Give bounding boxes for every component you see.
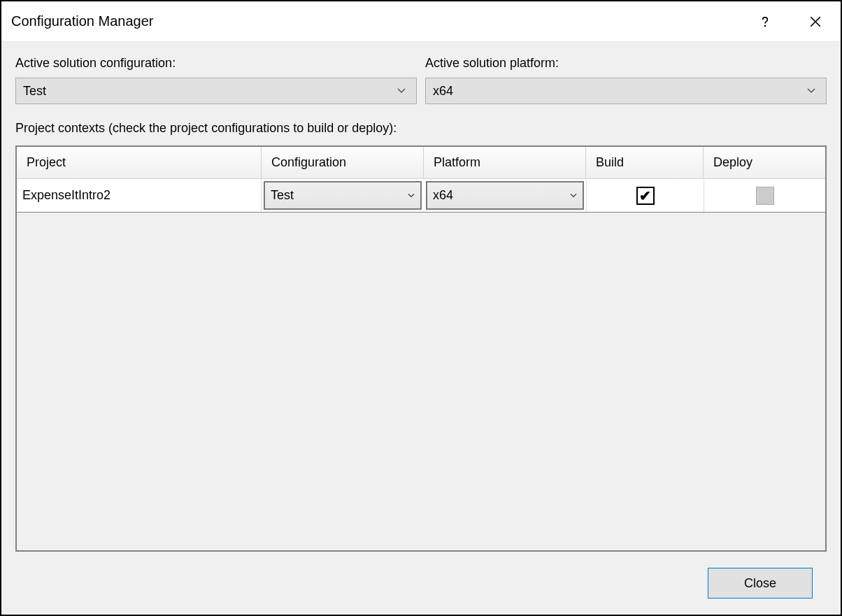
- active-platform-label: Active solution platform:: [425, 56, 827, 71]
- row-configuration-dropdown[interactable]: Test: [264, 181, 422, 210]
- active-config-group: Active solution configuration: Test: [15, 56, 417, 104]
- checkmark-icon: ✔: [639, 189, 651, 203]
- platform-cell: x64: [424, 179, 586, 212]
- header-build[interactable]: Build: [586, 147, 704, 178]
- window-title: Configuration Manager: [11, 13, 740, 29]
- header-project[interactable]: Project: [17, 147, 262, 178]
- grid-header-row: Project Configuration Platform Build Dep…: [17, 147, 825, 179]
- header-deploy[interactable]: Deploy: [704, 147, 825, 178]
- deploy-checkbox: [756, 187, 774, 205]
- header-platform[interactable]: Platform: [424, 147, 586, 178]
- build-cell: ✔: [586, 179, 704, 212]
- close-window-button[interactable]: [790, 1, 841, 41]
- deploy-cell: [704, 179, 825, 212]
- titlebar-controls: [740, 1, 841, 41]
- dialog-footer: Close: [15, 552, 827, 615]
- solution-selectors-row: Active solution configuration: Test Acti…: [15, 56, 827, 104]
- help-icon: [759, 15, 771, 28]
- project-contexts-grid: Project Configuration Platform Build Dep…: [15, 145, 827, 552]
- configuration-cell: Test: [262, 179, 424, 212]
- active-platform-dropdown[interactable]: x64: [425, 78, 827, 104]
- grid-body: ExpenseItIntro2 Test x64: [17, 179, 825, 550]
- header-configuration[interactable]: Configuration: [262, 147, 424, 178]
- svg-point-0: [764, 24, 766, 26]
- row-configuration-value: Test: [271, 188, 408, 203]
- help-button[interactable]: [740, 1, 790, 41]
- titlebar: Configuration Manager: [1, 1, 841, 42]
- table-row: ExpenseItIntro2 Test x64: [17, 179, 825, 213]
- project-contexts-label: Project contexts (check the project conf…: [15, 121, 827, 136]
- close-icon: [809, 15, 822, 28]
- active-platform-value: x64: [433, 84, 806, 99]
- close-button[interactable]: Close: [708, 568, 813, 599]
- chevron-down-icon: [806, 87, 816, 94]
- row-platform-dropdown[interactable]: x64: [426, 181, 584, 210]
- active-config-label: Active solution configuration:: [15, 56, 417, 71]
- active-config-dropdown[interactable]: Test: [15, 78, 417, 104]
- row-platform-value: x64: [433, 188, 570, 203]
- active-config-value: Test: [23, 84, 397, 99]
- chevron-down-icon: [408, 193, 415, 199]
- chevron-down-icon: [570, 193, 577, 199]
- chevron-down-icon: [397, 87, 406, 94]
- configuration-manager-dialog: Configuration Manager Active solution co…: [0, 0, 842, 616]
- active-platform-group: Active solution platform: x64: [425, 56, 827, 104]
- dialog-content: Active solution configuration: Test Acti…: [1, 42, 841, 615]
- build-checkbox[interactable]: ✔: [636, 187, 655, 205]
- project-name-cell: ExpenseItIntro2: [17, 179, 262, 212]
